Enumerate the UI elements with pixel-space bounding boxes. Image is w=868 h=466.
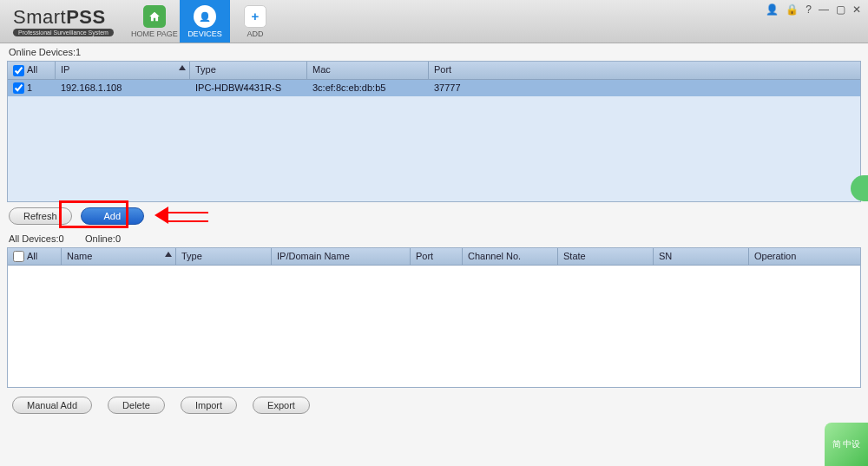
nav-home-label: HOME PAGE [131,30,178,38]
acol-name[interactable]: Name [62,248,176,266]
nav-devices[interactable]: DEVICES [180,0,230,43]
nav-add[interactable]: + ADD [230,0,280,43]
all-devices-label: All Devices:0 Online:0 [0,230,868,247]
user-icon[interactable]: 👤 [766,3,779,16]
online-actions-row: Refresh Add [0,202,868,230]
col-mac[interactable]: Mac [307,62,429,79]
bottom-actions: Manual Add Delete Import Export [0,388,868,423]
titlebar-controls: 👤 🔒 ? — ▢ ✕ [766,3,861,16]
close-icon[interactable]: ✕ [852,3,861,16]
select-all-online-checkbox[interactable] [13,65,24,76]
export-button[interactable]: Export [253,397,310,414]
delete-button[interactable]: Delete [108,397,165,414]
col-ip[interactable]: IP [56,62,190,79]
devices-icon [194,5,216,28]
all-devices-online: Online:0 [85,233,121,244]
row-checkbox[interactable] [13,82,24,94]
all-table-header: All Name Type IP/Domain Name Port Channe… [8,248,860,266]
manual-add-button[interactable]: Manual Add [12,397,92,414]
lock-icon[interactable]: 🔒 [786,3,799,16]
nav-add-label: ADD [247,30,263,38]
online-table-body: 1 192.168.1.108 IPC-HDBW4431R-S 3c:ef:8c… [8,80,860,201]
online-devices-label: Online Devices:1 [0,43,868,61]
language-badge[interactable]: 简 中设 [825,423,868,466]
all-devices-count: All Devices:0 [9,233,64,244]
row-port: 37777 [429,80,860,97]
logo-tagline: Professional Surveillance System [13,29,114,36]
acol-all[interactable]: All [8,248,62,266]
home-icon [143,5,166,28]
select-all-devices-checkbox[interactable] [13,251,24,262]
table-row[interactable]: 1 192.168.1.108 IPC-HDBW4431R-S 3c:ef:8c… [8,80,860,97]
acol-sn[interactable]: SN [654,248,749,266]
acol-chan[interactable]: Channel No. [463,248,558,266]
row-type: IPC-HDBW4431R-S [190,80,307,97]
row-check[interactable]: 1 [8,80,56,97]
app-logo: SmartPSS Professional Surveillance Syste… [13,6,114,36]
nav-home[interactable]: HOME PAGE [129,0,180,43]
all-table-body [8,266,860,387]
acol-state[interactable]: State [558,248,654,266]
sort-indicator-icon [165,252,172,257]
import-button[interactable]: Import [181,397,237,414]
all-devices-table: All Name Type IP/Domain Name Port Channe… [7,247,861,389]
logo-text: SmartPSS [13,6,106,29]
row-mac: 3c:ef:8c:eb:db:b5 [307,80,429,97]
add-button[interactable]: Add [81,207,145,225]
col-all[interactable]: All [8,62,56,79]
sort-indicator-icon [179,65,186,70]
acol-ipd[interactable]: IP/Domain Name [272,248,411,266]
annotation-arrow [155,209,207,221]
main-nav: HOME PAGE DEVICES + ADD [129,0,280,43]
online-table-header: All IP Type Mac Port [8,62,860,80]
col-port[interactable]: Port [429,62,860,79]
maximize-icon[interactable]: ▢ [836,3,845,16]
minimize-icon[interactable]: — [819,3,829,16]
help-icon[interactable]: ? [806,3,812,16]
nav-devices-label: DEVICES [187,30,222,38]
app-header: SmartPSS Professional Surveillance Syste… [0,0,868,43]
refresh-button[interactable]: Refresh [9,207,72,225]
acol-type[interactable]: Type [176,248,272,266]
row-ip: 192.168.1.108 [56,80,190,97]
online-devices-table: All IP Type Mac Port 1 192.168.1.108 IPC… [7,61,861,202]
plus-icon: + [244,5,266,28]
acol-op[interactable]: Operation [749,248,860,266]
col-type[interactable]: Type [190,62,307,79]
acol-port[interactable]: Port [411,248,463,266]
